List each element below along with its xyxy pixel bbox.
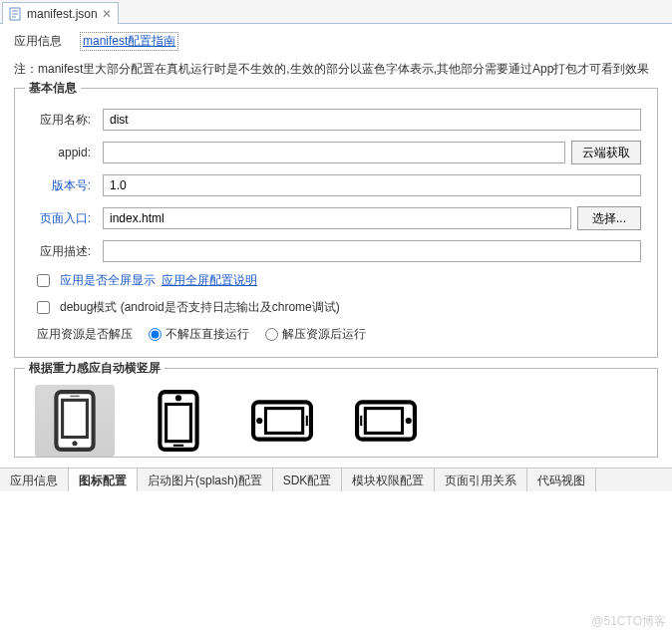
input-entry[interactable] bbox=[103, 207, 571, 229]
row-desc: 应用描述: bbox=[31, 240, 641, 262]
row-fullscreen: 应用是否全屏显示 应用全屏配置说明 bbox=[37, 272, 641, 289]
radio-unzip-extract[interactable]: 解压资源后运行 bbox=[265, 326, 366, 343]
label-debug: debug模式 (android是否支持日志输出及chrome调试) bbox=[60, 299, 340, 316]
radio-unzip-direct[interactable]: 不解压直接运行 bbox=[149, 326, 249, 343]
button-cloud-get[interactable]: 云端获取 bbox=[571, 141, 641, 164]
svg-rect-8 bbox=[173, 445, 183, 447]
row-unzip: 应用资源是否解压 不解压直接运行 解压资源后运行 bbox=[37, 326, 641, 343]
section-tabs: 应用信息 manifest配置指南 bbox=[0, 24, 672, 57]
file-tab-label: manifest.json bbox=[27, 7, 98, 21]
row-app-name: 应用名称: bbox=[31, 109, 641, 131]
checkbox-fullscreen[interactable] bbox=[37, 274, 50, 287]
tab-module-permission[interactable]: 模块权限配置 bbox=[342, 469, 435, 491]
json-file-icon bbox=[9, 7, 23, 21]
device-landscape-right[interactable] bbox=[346, 385, 426, 457]
label-entry: 页面入口: bbox=[31, 210, 97, 227]
label-appid: appid: bbox=[31, 146, 97, 159]
device-landscape-left[interactable] bbox=[242, 385, 322, 457]
svg-rect-4 bbox=[70, 395, 80, 397]
legend-basic-info: 基本信息 bbox=[25, 80, 81, 97]
fieldset-orientation: 根据重力感应自动横竖屏 bbox=[14, 368, 658, 458]
label-unzip: 应用资源是否解压 bbox=[37, 326, 133, 343]
link-manifest-config-guide[interactable]: manifest配置指南 bbox=[80, 32, 178, 51]
fieldset-basic-info: 基本信息 应用名称: appid: 云端获取 版本号: 页面入口: 选择... … bbox=[14, 88, 658, 358]
svg-rect-16 bbox=[360, 416, 362, 426]
tab-app-info-bottom[interactable]: 应用信息 bbox=[0, 469, 69, 491]
tab-splash-config[interactable]: 启动图片(splash)配置 bbox=[138, 469, 273, 491]
input-version[interactable] bbox=[103, 174, 641, 196]
input-desc[interactable] bbox=[103, 240, 641, 262]
svg-point-7 bbox=[175, 395, 181, 401]
svg-point-3 bbox=[72, 441, 78, 447]
close-icon[interactable]: ✕ bbox=[102, 7, 112, 21]
device-portrait-down[interactable] bbox=[139, 385, 218, 457]
tab-sdk-config[interactable]: SDK配置 bbox=[273, 469, 343, 491]
note-text: 注：manifest里大部分配置在真机运行时是不生效的,生效的部分以蓝色字体表示… bbox=[0, 57, 672, 88]
file-tab-manifest[interactable]: manifest.json ✕ bbox=[2, 2, 119, 24]
link-fullscreen-help[interactable]: 应用全屏配置说明 bbox=[162, 272, 257, 289]
device-orientation-options bbox=[31, 379, 641, 457]
input-appid[interactable] bbox=[103, 142, 565, 163]
row-appid: appid: 云端获取 bbox=[31, 141, 641, 164]
input-app-name[interactable] bbox=[103, 109, 641, 131]
watermark: @51CTO博客 bbox=[591, 613, 666, 630]
button-choose-entry[interactable]: 选择... bbox=[577, 206, 641, 230]
svg-rect-12 bbox=[306, 416, 308, 426]
bottom-tabbar: 应用信息 图标配置 启动图片(splash)配置 SDK配置 模块权限配置 页面… bbox=[0, 468, 672, 491]
radio-input-direct[interactable] bbox=[149, 328, 162, 341]
tab-app-info[interactable]: 应用信息 bbox=[14, 33, 62, 50]
checkbox-debug[interactable] bbox=[37, 301, 50, 314]
label-fullscreen: 应用是否全屏显示 bbox=[60, 272, 156, 289]
svg-point-15 bbox=[406, 418, 412, 424]
tab-code-view[interactable]: 代码视图 bbox=[527, 469, 596, 491]
legend-orientation: 根据重力感应自动横竖屏 bbox=[25, 360, 165, 377]
label-desc: 应用描述: bbox=[31, 243, 97, 260]
svg-point-11 bbox=[256, 418, 262, 424]
label-version: 版本号: bbox=[31, 177, 97, 194]
row-debug: debug模式 (android是否支持日志输出及chrome调试) bbox=[37, 299, 641, 316]
row-entry: 页面入口: 选择... bbox=[31, 206, 641, 230]
editor-tabbar: manifest.json ✕ bbox=[0, 0, 672, 24]
device-portrait-up[interactable] bbox=[35, 385, 115, 457]
label-app-name: 应用名称: bbox=[31, 112, 97, 129]
row-version: 版本号: bbox=[31, 174, 641, 196]
tab-page-reference[interactable]: 页面引用关系 bbox=[435, 469, 527, 491]
tab-icon-config[interactable]: 图标配置 bbox=[69, 469, 138, 491]
radio-input-extract[interactable] bbox=[265, 328, 278, 341]
